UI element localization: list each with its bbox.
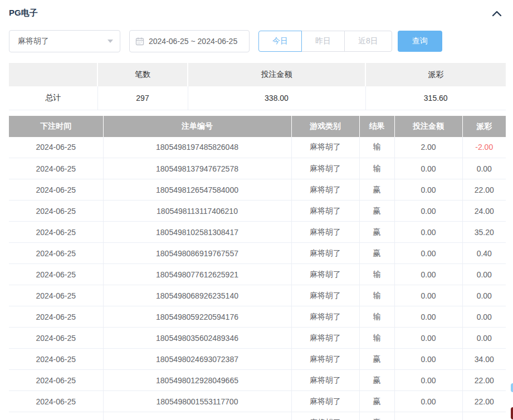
result-cell: 赢: [359, 370, 394, 391]
floating-widget-red-cutoff[interactable]: [511, 407, 513, 419]
result-cell: 输: [359, 158, 394, 179]
payout-cell: 24.00: [462, 201, 506, 222]
chevron-down-icon: [108, 40, 113, 43]
game-type-cell: 麻将胡了: [291, 222, 359, 243]
bet-id-cell: 1805498012928049665: [103, 370, 291, 391]
bet-time-cell: 2024-06-25: [9, 137, 103, 158]
bet-id-cell: 1805498102581308417: [103, 222, 291, 243]
table-row: 2024-06-251805498197485826048麻将胡了输2.00-2…: [9, 137, 506, 158]
bet-amount-cell: 0.00: [394, 179, 462, 201]
bet-id-cell: 1805497991545409536: [103, 412, 291, 420]
payout-cell: 0.00: [462, 158, 506, 179]
bet-id-cell: 1805498077612625921: [103, 264, 291, 285]
last-8-days-button[interactable]: 近8日: [344, 31, 392, 52]
bet-amount-cell: 0.00: [394, 201, 462, 222]
summary-total-count: 297: [97, 86, 188, 110]
bet-amount-cell: 0.00: [394, 306, 462, 328]
bet-time-cell: 2024-06-25: [9, 328, 103, 349]
table-row: 2024-06-251805498035602489346麻将胡了输0.000.…: [9, 328, 506, 349]
payout-cell: -2.00: [462, 137, 506, 158]
bet-amount-cell: 0.00: [394, 243, 462, 264]
bet-amount-cell: 0.00: [394, 370, 462, 391]
records-tbody: 2024-06-251805498197485826048麻将胡了输2.00-2…: [9, 137, 506, 420]
game-select-value: 麻将胡了: [18, 36, 49, 46]
summary-header-row: 笔数 投注金额 派彩: [9, 63, 506, 86]
payout-cell: 22.00: [462, 179, 506, 201]
summary-header-count: 笔数: [97, 63, 188, 86]
summary-total-label: 总计: [9, 86, 97, 110]
game-type-cell: 麻将胡了: [291, 306, 359, 328]
table-row: 2024-06-251805498012928049665麻将胡了赢0.0022…: [9, 370, 506, 391]
bet-time-cell: 2024-06-25: [9, 412, 103, 420]
bet-amount-cell: 0.00: [394, 285, 462, 306]
records-header-bet-amount: 投注金额: [394, 116, 462, 137]
summary-table: 笔数 投注金额 派彩 总计 297 338.00 315.60: [9, 63, 506, 110]
date-range-value: 2024-06-25 ~ 2024-06-25: [149, 37, 237, 46]
bet-time-cell: 2024-06-25: [9, 391, 103, 412]
result-cell: 输: [359, 285, 394, 306]
table-row: 2024-06-251805498113117406210麻将胡了赢0.0024…: [9, 201, 506, 222]
bet-id-cell: 1805498086919767557: [103, 243, 291, 264]
bet-time-cell: 2024-06-25: [9, 264, 103, 285]
quick-date-button-group: 今日 昨日 近8日: [258, 31, 392, 52]
records-header-payout: 派彩: [462, 116, 506, 137]
yesterday-button[interactable]: 昨日: [301, 31, 345, 52]
bet-time-cell: 2024-06-25: [9, 222, 103, 243]
table-row: 2024-06-251805498086919767557麻将胡了赢0.000.…: [9, 243, 506, 264]
bet-amount-cell: 0.00: [394, 391, 462, 412]
filter-bar: 麻将胡了 2024-06-25 ~ 2024-06-25 今日 昨日 近8日 查…: [9, 30, 504, 52]
summary-header-bet-amount: 投注金额: [188, 63, 365, 86]
summary-header-payout: 派彩: [365, 63, 506, 86]
result-cell: 输: [359, 306, 394, 328]
bet-amount-cell: 0.00: [394, 349, 462, 370]
bet-id-cell: 1805498197485826048: [103, 137, 291, 158]
result-cell: 赢: [359, 412, 394, 420]
table-row: 2024-06-251805498102581308417麻将胡了赢0.0035…: [9, 222, 506, 243]
result-cell: 输: [359, 137, 394, 158]
date-range-input[interactable]: 2024-06-25 ~ 2024-06-25: [129, 30, 250, 52]
bet-time-cell: 2024-06-25: [9, 370, 103, 391]
records-header-game-type: 游戏类别: [291, 116, 359, 137]
result-cell: 输: [359, 328, 394, 349]
bet-id-cell: 1805498059220594176: [103, 306, 291, 328]
records-header-bet-time: 下注时间: [9, 116, 103, 137]
result-cell: 赢: [359, 243, 394, 264]
collapse-panel-button[interactable]: [492, 10, 502, 17]
bet-id-cell: 1805498126547584000: [103, 179, 291, 201]
game-type-cell: 麻将胡了: [291, 328, 359, 349]
game-select[interactable]: 麻将胡了: [9, 30, 120, 52]
bet-id-cell: 1805498035602489346: [103, 328, 291, 349]
result-cell: 赢: [359, 222, 394, 243]
game-type-cell: 麻将胡了: [291, 412, 359, 420]
payout-cell: 35.20: [462, 222, 506, 243]
table-row: 2024-06-251805497991545409536麻将胡了赢0.0022…: [9, 412, 506, 420]
bet-amount-cell: 2.00: [394, 137, 462, 158]
payout-cell: 34.00: [462, 349, 506, 370]
game-type-cell: 麻将胡了: [291, 201, 359, 222]
payout-cell: 0.00: [462, 264, 506, 285]
payout-cell: 22.00: [462, 412, 506, 420]
bet-amount-cell: 0.00: [394, 328, 462, 349]
bet-time-cell: 2024-06-25: [9, 306, 103, 328]
game-type-cell: 麻将胡了: [291, 158, 359, 179]
query-button[interactable]: 查询: [398, 31, 442, 52]
table-row: 2024-06-251805498059220594176麻将胡了输0.000.…: [9, 306, 506, 328]
table-row: 2024-06-251805498001553117700麻将胡了赢0.0022…: [9, 391, 506, 412]
payout-cell: 22.00: [462, 391, 506, 412]
bet-id-cell: 1805498113117406210: [103, 201, 291, 222]
table-row: 2024-06-251805498137947672578麻将胡了输0.000.…: [9, 158, 506, 179]
result-cell: 赢: [359, 349, 394, 370]
bet-id-cell: 1805498001553117700: [103, 391, 291, 412]
bet-id-cell: 1805498137947672578: [103, 158, 291, 179]
table-row: 2024-06-251805498077612625921麻将胡了输0.000.…: [9, 264, 506, 285]
bet-id-cell: 1805498068926235140: [103, 285, 291, 306]
bet-amount-cell: 0.00: [394, 158, 462, 179]
result-cell: 赢: [359, 391, 394, 412]
summary-total-row: 总计 297 338.00 315.60: [9, 86, 506, 110]
records-header-bet-id: 注单编号: [103, 116, 291, 137]
bet-amount-cell: 0.00: [394, 264, 462, 285]
result-cell: 赢: [359, 201, 394, 222]
today-button[interactable]: 今日: [258, 31, 302, 52]
records-table: 下注时间 注单编号 游戏类别 结果 投注金额 派彩 2024-06-251805…: [9, 116, 506, 420]
floating-widget-blue-cutoff[interactable]: [511, 383, 513, 392]
